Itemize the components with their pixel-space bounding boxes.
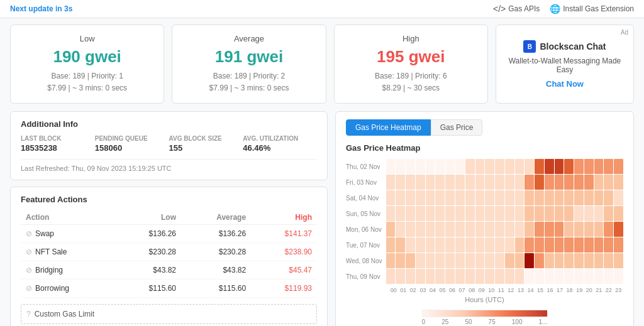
heatmap-cell bbox=[505, 159, 514, 174]
heatmap-cell bbox=[614, 237, 623, 253]
info-stats: LAST BLOCK 18535238 PENDING QUEUE 158060… bbox=[21, 135, 317, 160]
heatmap-cell bbox=[426, 206, 435, 221]
heatmap-cell bbox=[485, 159, 494, 174]
avg-block-size-label: AVG BLOCK SIZE bbox=[169, 135, 243, 142]
heatmap-cell bbox=[535, 222, 544, 237]
legend-label: 50 bbox=[465, 318, 472, 325]
heatmap-cell bbox=[614, 222, 623, 237]
heatmap-cell bbox=[574, 159, 584, 174]
heatmap-cell bbox=[455, 269, 465, 284]
heatmap-cell bbox=[525, 175, 534, 190]
heatmap-cell bbox=[485, 237, 494, 253]
heatmap-cell bbox=[574, 190, 584, 205]
high-value: 195 gwei bbox=[345, 47, 477, 67]
heatmap-cell bbox=[386, 222, 396, 237]
tab-gas-price[interactable]: Gas Price bbox=[431, 119, 483, 136]
heatmap-cell bbox=[465, 206, 475, 221]
heatmap-cell bbox=[435, 206, 445, 221]
custom-gas-limit[interactable]: ? Custom Gas Limit bbox=[21, 304, 317, 324]
heatmap-cell bbox=[426, 269, 435, 284]
heatmap-cell bbox=[445, 222, 455, 237]
heatmap-cell bbox=[614, 206, 623, 221]
col-action: Action bbox=[21, 210, 115, 225]
heatmap-cell bbox=[515, 159, 525, 174]
heatmap-cell bbox=[475, 253, 485, 268]
heatmap-cell bbox=[564, 222, 574, 237]
avg-title: Average bbox=[182, 34, 315, 43]
heatmap-cell bbox=[455, 206, 465, 221]
heatmap-cell bbox=[485, 206, 494, 221]
heatmap-cell bbox=[495, 190, 504, 205]
heatmap-cell bbox=[535, 175, 544, 190]
api-link[interactable]: </> Gas APIs bbox=[493, 4, 540, 14]
heatmap-cell bbox=[416, 222, 425, 237]
heatmap-cell bbox=[614, 159, 623, 174]
right-panel: Gas Price Heatmap Gas Price Gas Price He… bbox=[335, 111, 634, 326]
heatmap-cell bbox=[545, 175, 554, 190]
heatmap-cell bbox=[594, 237, 604, 253]
heatmap-cell bbox=[435, 190, 445, 205]
heatmap-cell bbox=[485, 222, 494, 237]
heatmap-cell bbox=[574, 237, 584, 253]
install-ext-link[interactable]: 🌐 Install Gas Extension bbox=[550, 4, 634, 14]
legend-label: 0 bbox=[422, 318, 426, 325]
heatmap-cell bbox=[416, 237, 425, 253]
heatmap-x-label: 05 bbox=[438, 287, 448, 293]
action-name-text: NFT Sale bbox=[35, 247, 67, 256]
gas-card-low: Low 190 gwei Base: 189 | Priority: 1 $7.… bbox=[10, 24, 164, 104]
heatmap-cell bbox=[396, 222, 405, 237]
heatmap-cell bbox=[584, 253, 594, 268]
tab-gas-price-heatmap[interactable]: Gas Price Heatmap bbox=[346, 119, 431, 136]
top-right-links: </> Gas APIs 🌐 Install Gas Extension bbox=[493, 4, 634, 14]
heatmap-x-label: 04 bbox=[428, 287, 438, 293]
heatmap-cell bbox=[614, 269, 623, 284]
heatmap-cell bbox=[396, 190, 405, 205]
heatmap-cell bbox=[485, 269, 494, 284]
heatmap-cell bbox=[545, 269, 554, 284]
heatmap-cell bbox=[465, 237, 475, 253]
col-average: Average bbox=[181, 210, 251, 225]
heatmap-cell bbox=[525, 237, 534, 253]
action-low-cell: $230.28 bbox=[115, 243, 181, 261]
heatmap-cell bbox=[495, 222, 504, 237]
heatmap-cell bbox=[445, 159, 455, 174]
heatmap-cell bbox=[386, 159, 396, 174]
pending-queue-label: PENDING QUEUE bbox=[95, 135, 169, 142]
heatmap-cell bbox=[604, 269, 613, 284]
heatmap-row bbox=[386, 269, 623, 284]
heatmap-cell bbox=[396, 253, 405, 268]
heatmap-cell bbox=[426, 159, 435, 174]
heatmap-cell bbox=[396, 269, 405, 284]
last-block-label: LAST BLOCK bbox=[21, 135, 95, 142]
heatmap-cell bbox=[416, 206, 425, 221]
low-title: Low bbox=[21, 34, 153, 43]
heatmap-cell bbox=[455, 190, 465, 205]
heatmap-cell bbox=[574, 175, 584, 190]
heatmap-cell bbox=[505, 190, 514, 205]
heatmap-cell bbox=[515, 206, 525, 221]
heatmap-cell bbox=[475, 269, 485, 284]
heatmap-x-label: 22 bbox=[604, 287, 614, 293]
featured-actions-box: Featured Actions Action Low Average High bbox=[10, 187, 328, 326]
heatmap-cell bbox=[386, 269, 396, 284]
legend-label: 100 bbox=[512, 318, 523, 325]
legend-labels: 02550751001... bbox=[422, 318, 548, 325]
heatmap-cell bbox=[406, 190, 415, 205]
ad-cta-button[interactable]: Chat Now bbox=[546, 79, 584, 89]
last-block-value: 18535238 bbox=[21, 143, 95, 153]
action-name-cell: ⊘ Borrowing bbox=[21, 280, 115, 298]
heatmap-x-label: 02 bbox=[408, 287, 418, 293]
action-low-cell: $115.60 bbox=[115, 280, 181, 298]
question-icon: ⊘ bbox=[26, 266, 32, 274]
heatmap-cell bbox=[535, 206, 544, 221]
heatmap-cell bbox=[495, 269, 504, 284]
legend-label: 75 bbox=[489, 318, 496, 325]
heatmap-cell bbox=[555, 206, 564, 221]
heatmap-cell bbox=[475, 190, 485, 205]
action-low-cell: $136.26 bbox=[115, 225, 181, 243]
action-name-text: Borrowing bbox=[35, 284, 69, 293]
heatmap-cell bbox=[574, 222, 584, 237]
heatmap-cell bbox=[406, 269, 415, 284]
heatmap-x-label: 16 bbox=[545, 287, 555, 293]
heatmap-x-label: 08 bbox=[467, 287, 477, 293]
